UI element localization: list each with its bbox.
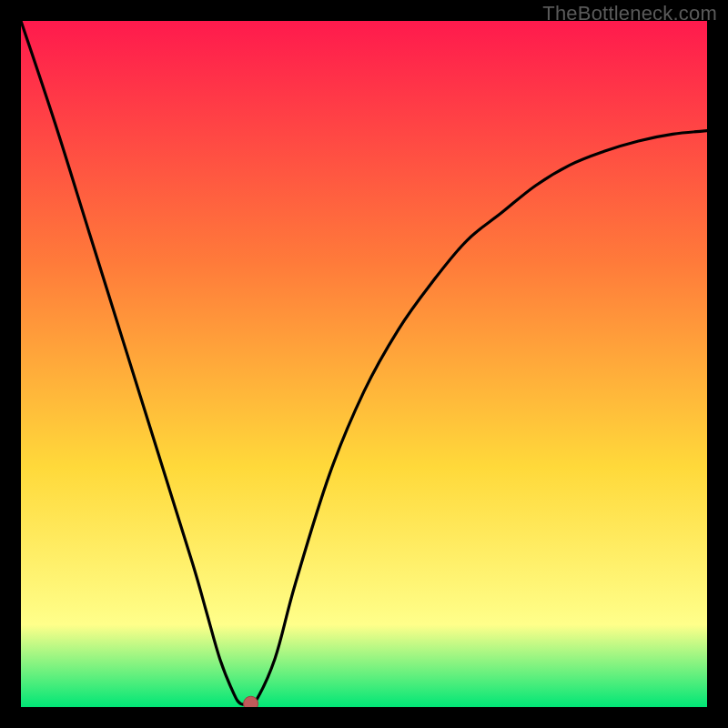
bottleneck-chart bbox=[21, 21, 707, 707]
gradient-background bbox=[21, 21, 707, 707]
optimum-marker bbox=[244, 696, 258, 707]
chart-frame bbox=[21, 21, 707, 707]
